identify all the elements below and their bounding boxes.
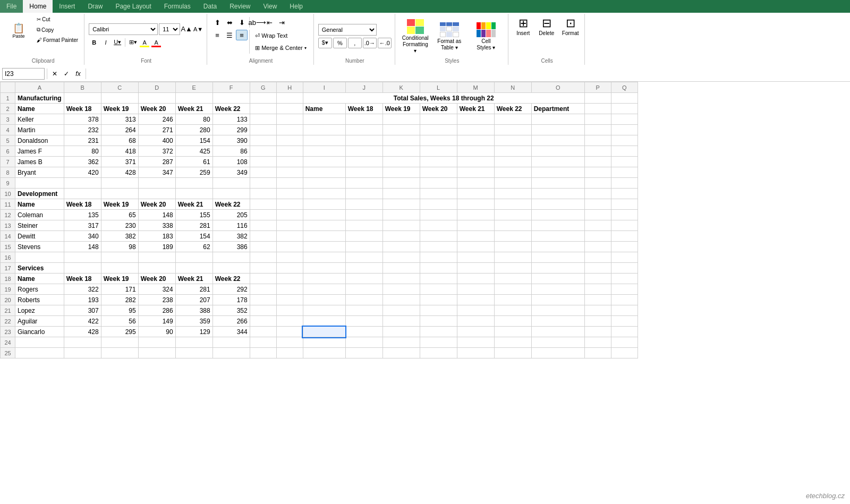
cell-M23[interactable]	[457, 327, 494, 337]
decrease-decimal-button[interactable]: ←.0	[378, 38, 392, 48]
font-name-select[interactable]: Calibri	[89, 23, 158, 35]
copy-button[interactable]: ⧉ Copy	[34, 25, 81, 35]
percent-button[interactable]: %	[333, 38, 347, 48]
cell-G24[interactable]	[250, 337, 276, 348]
cell-F8[interactable]: 349	[212, 167, 250, 178]
cell-A19[interactable]: Rogers	[15, 284, 64, 295]
cell-F6[interactable]: 86	[212, 146, 250, 157]
cell-K8[interactable]	[382, 167, 420, 178]
cell-E2[interactable]: Week 21	[175, 104, 212, 114]
cell-D1[interactable]	[138, 93, 175, 104]
cell-B18[interactable]: Week 18	[64, 274, 101, 284]
cell-N21[interactable]	[494, 305, 531, 316]
cell-H15[interactable]	[276, 242, 303, 252]
cell-N19[interactable]	[494, 284, 531, 295]
underline-button[interactable]: U▾	[112, 37, 123, 48]
borders-button[interactable]: ⊞▾	[128, 37, 138, 48]
cell-F12[interactable]: 205	[212, 210, 250, 220]
cell-I2[interactable]: Name	[303, 104, 345, 114]
format-painter-button[interactable]: 🖌 Format Painter	[34, 36, 81, 45]
cell-N17[interactable]	[494, 263, 531, 274]
cell-O25[interactable]	[531, 348, 584, 358]
col-header-N[interactable]: N	[494, 82, 531, 93]
cell-P25[interactable]	[584, 348, 611, 358]
cell-J2[interactable]: Week 18	[345, 104, 382, 114]
cell-Q21[interactable]	[611, 305, 638, 316]
cell-F18[interactable]: Week 22	[212, 274, 250, 284]
cell-P2[interactable]	[584, 104, 611, 114]
cell-O2[interactable]: Department	[531, 104, 584, 114]
cell-N5[interactable]	[494, 135, 531, 146]
cell-M17[interactable]	[457, 263, 494, 274]
cell-P17[interactable]	[584, 263, 611, 274]
cell-A21[interactable]: Lopez	[15, 305, 64, 316]
cell-I25[interactable]	[303, 348, 345, 358]
cell-G5[interactable]	[250, 135, 276, 146]
cell-M12[interactable]	[457, 210, 494, 220]
cell-F1[interactable]	[212, 93, 250, 104]
cell-M19[interactable]	[457, 284, 494, 295]
cell-O3[interactable]	[531, 114, 584, 125]
cell-A23[interactable]: Giancarlo	[15, 327, 64, 337]
cell-K21[interactable]	[382, 305, 420, 316]
cell-H5[interactable]	[276, 135, 303, 146]
cell-P7[interactable]	[584, 157, 611, 167]
cell-E17[interactable]	[175, 263, 212, 274]
cell-J11[interactable]	[345, 199, 382, 210]
cell-B8[interactable]: 420	[64, 167, 101, 178]
col-header-I[interactable]: I	[303, 82, 345, 93]
cell-D12[interactable]: 148	[138, 210, 175, 220]
cell-A4[interactable]: Martin	[15, 125, 64, 135]
cell-P18[interactable]	[584, 274, 611, 284]
cell-I8[interactable]	[303, 167, 345, 178]
cell-J17[interactable]	[345, 263, 382, 274]
cell-P9[interactable]	[584, 178, 611, 189]
cell-M22[interactable]	[457, 316, 494, 327]
cell-A10[interactable]: Development	[15, 189, 64, 199]
cell-C12[interactable]: 65	[101, 210, 138, 220]
cell-I22[interactable]	[303, 316, 345, 327]
cell-J24[interactable]	[345, 337, 382, 348]
col-header-P[interactable]: P	[584, 82, 611, 93]
cell-M24[interactable]	[457, 337, 494, 348]
cell-Q13[interactable]	[611, 220, 638, 231]
cell-B25[interactable]	[64, 348, 101, 358]
cell-E23[interactable]: 129	[175, 327, 212, 337]
cell-Q4[interactable]	[611, 125, 638, 135]
cell-C7[interactable]: 371	[101, 157, 138, 167]
cell-K25[interactable]	[382, 348, 420, 358]
col-header-O[interactable]: O	[531, 82, 584, 93]
cell-C15[interactable]: 98	[101, 242, 138, 252]
cell-P19[interactable]	[584, 284, 611, 295]
cell-K11[interactable]	[382, 199, 420, 210]
cell-A1[interactable]: Manufacturing	[15, 93, 64, 104]
cell-F2[interactable]: Week 22	[212, 104, 250, 114]
cell-L21[interactable]	[420, 305, 457, 316]
cell-C8[interactable]: 428	[101, 167, 138, 178]
cell-D7[interactable]: 287	[138, 157, 175, 167]
cell-B17[interactable]	[64, 263, 101, 274]
cell-J7[interactable]	[345, 157, 382, 167]
cell-C3[interactable]: 313	[101, 114, 138, 125]
cell-E21[interactable]: 388	[175, 305, 212, 316]
cell-N22[interactable]	[494, 316, 531, 327]
cell-Q12[interactable]	[611, 210, 638, 220]
tab-data[interactable]: Data	[197, 0, 223, 13]
cell-H17[interactable]	[276, 263, 303, 274]
cell-O15[interactable]	[531, 242, 584, 252]
cell-F19[interactable]: 292	[212, 284, 250, 295]
cell-P4[interactable]	[584, 125, 611, 135]
conditional-formatting-button[interactable]: ConditionalFormatting ▾	[400, 15, 431, 57]
cell-E3[interactable]: 80	[175, 114, 212, 125]
cell-E18[interactable]: Week 21	[175, 274, 212, 284]
cell-C1[interactable]	[101, 93, 138, 104]
cell-J6[interactable]	[345, 146, 382, 157]
cell-Q8[interactable]	[611, 167, 638, 178]
cell-N15[interactable]	[494, 242, 531, 252]
cell-N18[interactable]	[494, 274, 531, 284]
cell-N23[interactable]	[494, 327, 531, 337]
cell-N20[interactable]	[494, 295, 531, 305]
row-header-11[interactable]: 11	[1, 199, 15, 210]
cell-Q25[interactable]	[611, 348, 638, 358]
cell-M8[interactable]	[457, 167, 494, 178]
